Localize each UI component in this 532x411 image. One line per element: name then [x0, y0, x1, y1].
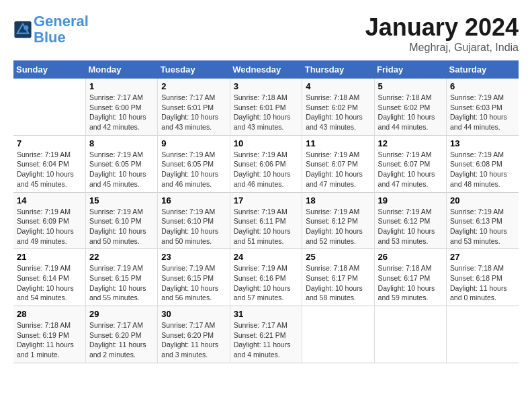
day-info: Sunrise: 7:18 AM Sunset: 6:01 PM Dayligh… [234, 93, 298, 132]
day-number: 8 [89, 138, 154, 148]
day-info: Sunrise: 7:19 AM Sunset: 6:14 PM Dayligh… [17, 263, 82, 303]
day-cell: 19Sunrise: 7:19 AM Sunset: 6:12 PM Dayli… [374, 192, 446, 249]
day-info: Sunrise: 7:17 AM Sunset: 6:20 PM Dayligh… [161, 320, 226, 360]
day-info: Sunrise: 7:19 AM Sunset: 6:11 PM Dayligh… [234, 207, 298, 246]
day-cell: 16Sunrise: 7:19 AM Sunset: 6:10 PM Dayli… [158, 192, 230, 249]
day-info: Sunrise: 7:17 AM Sunset: 6:20 PM Dayligh… [89, 320, 154, 360]
day-info: Sunrise: 7:18 AM Sunset: 6:02 PM Dayligh… [378, 93, 443, 132]
day-number: 14 [17, 195, 82, 205]
logo-general: General [34, 13, 89, 30]
day-info: Sunrise: 7:17 AM Sunset: 6:00 PM Dayligh… [89, 93, 154, 132]
day-info: Sunrise: 7:17 AM Sunset: 6:21 PM Dayligh… [234, 320, 298, 360]
day-number: 20 [450, 195, 515, 205]
day-info: Sunrise: 7:19 AM Sunset: 6:12 PM Dayligh… [306, 207, 370, 246]
col-thursday: Thursday [302, 60, 374, 79]
day-cell: 9Sunrise: 7:19 AM Sunset: 6:05 PM Daylig… [158, 135, 230, 192]
week-row-3: 14Sunrise: 7:19 AM Sunset: 6:09 PM Dayli… [13, 192, 519, 249]
month-year: January 2024 [365, 13, 519, 42]
day-cell: 10Sunrise: 7:19 AM Sunset: 6:06 PM Dayli… [230, 135, 302, 192]
day-number: 7 [17, 138, 82, 148]
day-info: Sunrise: 7:19 AM Sunset: 6:10 PM Dayligh… [89, 207, 154, 246]
day-number: 16 [161, 195, 226, 205]
week-row-5: 28Sunrise: 7:18 AM Sunset: 6:19 PM Dayli… [13, 306, 519, 363]
day-cell: 29Sunrise: 7:17 AM Sunset: 6:20 PM Dayli… [85, 306, 157, 363]
day-number: 26 [378, 252, 443, 262]
day-number: 25 [306, 252, 370, 262]
day-cell: 18Sunrise: 7:19 AM Sunset: 6:12 PM Dayli… [302, 192, 374, 249]
day-number: 30 [161, 309, 226, 319]
day-number: 19 [378, 195, 443, 205]
day-info: Sunrise: 7:19 AM Sunset: 6:07 PM Dayligh… [306, 150, 370, 189]
day-info: Sunrise: 7:18 AM Sunset: 6:18 PM Dayligh… [450, 263, 515, 303]
day-number: 21 [17, 252, 82, 262]
day-info: Sunrise: 7:18 AM Sunset: 6:19 PM Dayligh… [17, 320, 82, 360]
day-number: 13 [450, 138, 515, 148]
day-number: 4 [306, 81, 370, 91]
day-number: 15 [89, 195, 154, 205]
day-cell: 17Sunrise: 7:19 AM Sunset: 6:11 PM Dayli… [230, 192, 302, 249]
logo: General Blue [13, 13, 89, 46]
day-number: 23 [161, 252, 226, 262]
day-info: Sunrise: 7:19 AM Sunset: 6:03 PM Dayligh… [450, 93, 515, 132]
day-info: Sunrise: 7:18 AM Sunset: 6:17 PM Dayligh… [378, 263, 443, 303]
calendar-header: SundayMondayTuesdayWednesdayThursdayFrid… [13, 60, 519, 79]
day-cell: 3Sunrise: 7:18 AM Sunset: 6:01 PM Daylig… [230, 79, 302, 135]
day-cell [374, 306, 446, 363]
location: Meghraj, Gujarat, India [365, 42, 519, 54]
day-cell: 1Sunrise: 7:17 AM Sunset: 6:00 PM Daylig… [85, 79, 157, 135]
day-info: Sunrise: 7:19 AM Sunset: 6:07 PM Dayligh… [378, 150, 443, 189]
day-cell [13, 79, 85, 135]
day-number: 10 [234, 138, 298, 148]
day-number: 31 [234, 309, 298, 319]
week-row-2: 7Sunrise: 7:19 AM Sunset: 6:04 PM Daylig… [13, 135, 519, 192]
logo-icon [13, 20, 32, 39]
day-number: 22 [89, 252, 154, 262]
day-info: Sunrise: 7:19 AM Sunset: 6:05 PM Dayligh… [89, 150, 154, 189]
day-cell: 7Sunrise: 7:19 AM Sunset: 6:04 PM Daylig… [13, 135, 85, 192]
day-cell: 26Sunrise: 7:18 AM Sunset: 6:17 PM Dayli… [374, 249, 446, 306]
day-cell: 27Sunrise: 7:18 AM Sunset: 6:18 PM Dayli… [447, 249, 519, 306]
col-saturday: Saturday [447, 60, 519, 79]
day-cell: 28Sunrise: 7:18 AM Sunset: 6:19 PM Dayli… [13, 306, 85, 363]
day-cell: 8Sunrise: 7:19 AM Sunset: 6:05 PM Daylig… [85, 135, 157, 192]
col-tuesday: Tuesday [158, 60, 230, 79]
col-friday: Friday [374, 60, 446, 79]
day-info: Sunrise: 7:19 AM Sunset: 6:06 PM Dayligh… [234, 150, 298, 189]
day-number: 29 [89, 309, 154, 319]
day-number: 6 [450, 81, 515, 91]
day-info: Sunrise: 7:19 AM Sunset: 6:15 PM Dayligh… [89, 263, 154, 303]
day-number: 28 [17, 309, 82, 319]
day-number: 9 [161, 138, 226, 148]
day-cell: 20Sunrise: 7:19 AM Sunset: 6:13 PM Dayli… [447, 192, 519, 249]
day-cell: 14Sunrise: 7:19 AM Sunset: 6:09 PM Dayli… [13, 192, 85, 249]
calendar-table: SundayMondayTuesdayWednesdayThursdayFrid… [13, 60, 519, 363]
week-row-4: 21Sunrise: 7:19 AM Sunset: 6:14 PM Dayli… [13, 249, 519, 306]
day-number: 17 [234, 195, 298, 205]
day-cell: 31Sunrise: 7:17 AM Sunset: 6:21 PM Dayli… [230, 306, 302, 363]
day-cell: 12Sunrise: 7:19 AM Sunset: 6:07 PM Dayli… [374, 135, 446, 192]
day-info: Sunrise: 7:19 AM Sunset: 6:16 PM Dayligh… [234, 263, 298, 303]
day-info: Sunrise: 7:18 AM Sunset: 6:02 PM Dayligh… [306, 93, 370, 132]
day-number: 11 [306, 138, 370, 148]
day-cell: 2Sunrise: 7:17 AM Sunset: 6:01 PM Daylig… [158, 79, 230, 135]
day-info: Sunrise: 7:19 AM Sunset: 6:05 PM Dayligh… [161, 150, 226, 189]
day-number: 12 [378, 138, 443, 148]
day-cell: 23Sunrise: 7:19 AM Sunset: 6:15 PM Dayli… [158, 249, 230, 306]
day-cell [302, 306, 374, 363]
day-cell [447, 306, 519, 363]
day-info: Sunrise: 7:19 AM Sunset: 6:09 PM Dayligh… [17, 207, 82, 246]
day-info: Sunrise: 7:19 AM Sunset: 6:15 PM Dayligh… [161, 263, 226, 303]
day-number: 24 [234, 252, 298, 262]
day-number: 18 [306, 195, 370, 205]
day-cell: 15Sunrise: 7:19 AM Sunset: 6:10 PM Dayli… [85, 192, 157, 249]
day-cell: 21Sunrise: 7:19 AM Sunset: 6:14 PM Dayli… [13, 249, 85, 306]
day-info: Sunrise: 7:19 AM Sunset: 6:04 PM Dayligh… [17, 150, 82, 189]
day-cell: 5Sunrise: 7:18 AM Sunset: 6:02 PM Daylig… [374, 79, 446, 135]
day-number: 2 [161, 81, 226, 91]
header-row: SundayMondayTuesdayWednesdayThursdayFrid… [13, 60, 519, 79]
day-cell: 6Sunrise: 7:19 AM Sunset: 6:03 PM Daylig… [447, 79, 519, 135]
day-info: Sunrise: 7:19 AM Sunset: 6:10 PM Dayligh… [161, 207, 226, 246]
day-cell: 25Sunrise: 7:18 AM Sunset: 6:17 PM Dayli… [302, 249, 374, 306]
day-info: Sunrise: 7:19 AM Sunset: 6:13 PM Dayligh… [450, 207, 515, 246]
page-header: General Blue January 2024 Meghraj, Gujar… [13, 13, 519, 54]
